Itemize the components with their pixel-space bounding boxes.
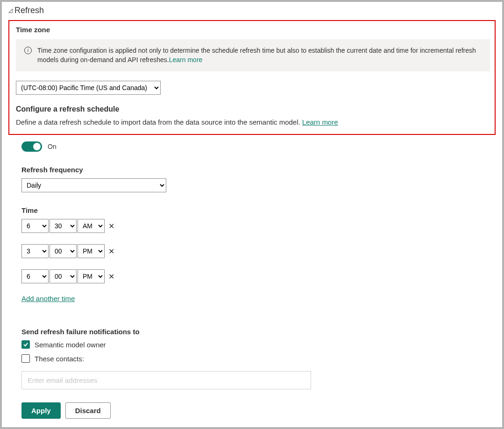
header-title: Refresh	[14, 6, 44, 15]
section-header[interactable]: ◿ Refresh	[8, 6, 496, 15]
notify-contacts-checkbox[interactable]	[21, 354, 30, 363]
info-message: Time zone configuration is applied not o…	[37, 47, 476, 63]
toggle-label: On	[48, 143, 57, 150]
timezone-learn-more-link[interactable]: Learn more	[169, 56, 203, 63]
time-ampm-select[interactable]: PM	[78, 269, 105, 283]
time-ampm-select[interactable]: PM	[78, 244, 105, 258]
apply-button[interactable]: Apply	[21, 402, 61, 419]
time-row: 6 00 PM ✕	[21, 269, 496, 283]
time-minute-select[interactable]: 00	[50, 269, 77, 283]
remove-time-icon[interactable]: ✕	[108, 247, 114, 256]
time-ampm-select[interactable]: AM	[78, 219, 105, 233]
schedule-desc-text: Define a data refresh schedule to import…	[16, 118, 302, 126]
timezone-select[interactable]: (UTC-08:00) Pacific Time (US and Canada)	[16, 81, 161, 95]
collapse-triangle-icon: ◿	[8, 7, 13, 14]
time-hour-select[interactable]: 6	[21, 219, 49, 233]
remove-time-icon[interactable]: ✕	[108, 272, 114, 281]
time-hour-select[interactable]: 3	[21, 244, 49, 258]
add-time-link[interactable]: Add another time	[21, 295, 75, 302]
time-minute-select[interactable]: 30	[50, 219, 77, 233]
notify-label: Send refresh failure notifications to	[21, 328, 496, 336]
time-label: Time	[21, 206, 496, 214]
timezone-label: Time zone	[16, 26, 490, 34]
notify-contacts-label: These contacts:	[35, 355, 84, 363]
remove-time-icon[interactable]: ✕	[108, 222, 114, 231]
time-row: 3 00 PM ✕	[21, 244, 496, 258]
time-minute-select[interactable]: 00	[50, 244, 77, 258]
frequency-label: Refresh frequency	[21, 166, 496, 174]
time-row: 6 30 AM ✕	[21, 219, 496, 233]
info-banner: i Time zone configuration is applied not…	[16, 39, 490, 71]
schedule-heading: Configure a refresh schedule	[16, 105, 490, 113]
info-text: Time zone configuration is applied not o…	[37, 46, 482, 65]
highlight-box: Time zone i Time zone configuration is a…	[8, 20, 496, 135]
notify-owner-label: Semantic model owner	[35, 341, 106, 349]
time-hour-select[interactable]: 6	[21, 269, 49, 283]
notify-owner-checkbox[interactable]	[21, 340, 30, 349]
schedule-description: Define a data refresh schedule to import…	[16, 117, 490, 128]
frequency-select[interactable]: Daily	[21, 178, 166, 192]
schedule-learn-more-link[interactable]: Learn more	[302, 118, 338, 126]
contacts-email-input[interactable]	[21, 371, 311, 389]
schedule-toggle[interactable]	[21, 141, 42, 152]
info-icon: i	[24, 47, 32, 54]
discard-button[interactable]: Discard	[65, 402, 111, 419]
